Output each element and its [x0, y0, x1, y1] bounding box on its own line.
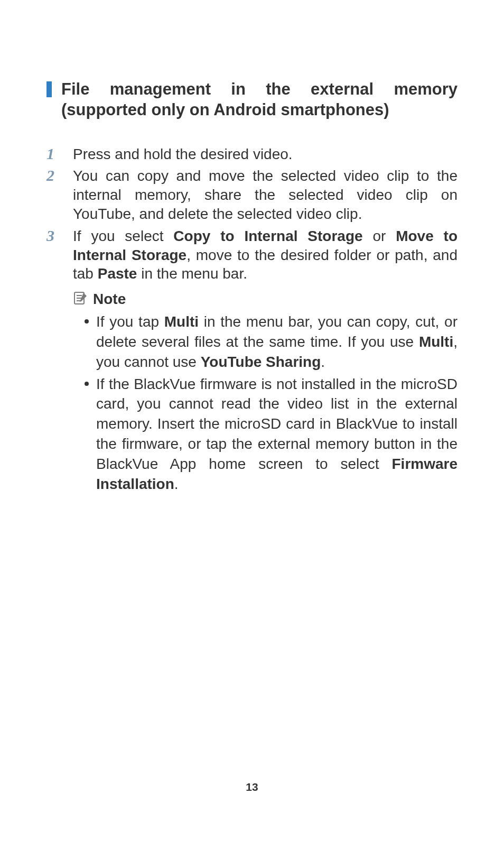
text: You can copy and move the selected video… [73, 168, 458, 222]
bold-text: Multi [164, 313, 199, 330]
note-bullet: If the BlackVue firmware is not installe… [85, 374, 458, 494]
heading-accent-bar [46, 81, 52, 97]
text: . [174, 476, 179, 492]
note-header: Note [73, 291, 458, 308]
note-label: Note [93, 291, 126, 308]
text: If you tap [96, 313, 164, 330]
document-page: File management in the external memory (… [0, 0, 504, 841]
text: If you select [73, 228, 173, 244]
note-icon [73, 291, 88, 308]
section-heading: File management in the external memory (… [46, 79, 458, 121]
bullet-text: If you tap Multi in the menu bar, you ca… [96, 312, 458, 372]
step-item: 2 You can copy and move the selected vid… [46, 167, 458, 223]
step-item: 3 If you select Copy to Internal Storage… [46, 227, 458, 283]
bullet-text: If the BlackVue firmware is not installe… [96, 374, 458, 494]
step-number: 1 [46, 145, 73, 162]
step-list: 1 Press and hold the desired video. 2 Yo… [46, 145, 458, 284]
text: in the menu bar. [137, 265, 247, 282]
note-bullet: If you tap Multi in the menu bar, you ca… [85, 312, 458, 372]
text: Press and hold the desired video. [73, 146, 293, 162]
bold-text: YouTube Sharing [201, 354, 321, 370]
step-body: Press and hold the desired video. [73, 145, 458, 164]
text: or [363, 228, 396, 244]
text: . [321, 354, 325, 370]
note-bullet-list: If you tap Multi in the menu bar, you ca… [85, 312, 458, 494]
step-number: 3 [46, 227, 73, 244]
step-body: You can copy and move the selected video… [73, 167, 458, 223]
step-body: If you select Copy to Internal Storage o… [73, 227, 458, 283]
bold-text: Multi [419, 334, 453, 350]
bold-text: Copy to Internal Storage [173, 228, 362, 244]
step-item: 1 Press and hold the desired video. [46, 145, 458, 164]
note-block: Note If you tap Multi in the menu bar, y… [73, 291, 458, 494]
bold-text: Paste [98, 265, 137, 282]
page-number: 13 [0, 781, 504, 793]
step-number: 2 [46, 167, 73, 184]
heading-text: File management in the external memory (… [61, 79, 458, 121]
